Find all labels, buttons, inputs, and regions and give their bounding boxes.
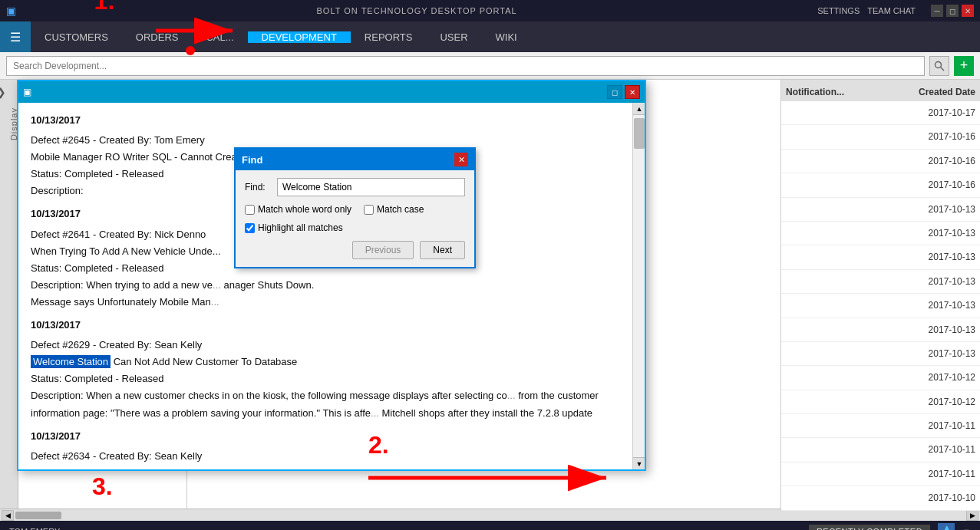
hscroll-thumb[interactable] <box>15 512 61 519</box>
search-button[interactable] <box>929 56 949 76</box>
title-bar: ▣ BOLT ON TECHNOLOGY DESKTOP PORTAL SETT… <box>0 0 980 21</box>
find-dialog-close[interactable]: ✕ <box>454 153 468 166</box>
status-right: RECENTLY COMPLETED 💧 ▼ <box>809 523 971 530</box>
detail-window: ▣ ◻ ✕ 10/13/2017 Defect #2645 - Created … <box>17 80 646 471</box>
recently-completed-label[interactable]: RECENTLY COMPLETED <box>809 525 930 530</box>
match-case-text: Match case <box>377 204 424 215</box>
detail-window-scrollbar[interactable]: ▲ ▼ <box>632 103 645 469</box>
search-bar: + <box>0 52 980 80</box>
defect-title-3: Welcome Station Can Not Add New Customer… <box>31 354 620 370</box>
search-input[interactable] <box>6 56 925 76</box>
defect-desc-3: Description: When a new customer checks … <box>31 387 620 421</box>
find-input[interactable] <box>277 178 465 196</box>
status-droplet-icon[interactable]: 💧 <box>938 523 955 530</box>
defect-desc-2: Description: When trying to add a new ve… <box>31 277 620 294</box>
match-whole-word-text: Match whole word only <box>258 204 351 215</box>
nav-customers[interactable]: CUSTOMERS <box>31 21 122 52</box>
find-dialog: Find ✕ Find: Match whole word only Match… <box>234 147 476 268</box>
app-icon: ▣ <box>6 5 16 17</box>
restore-btn[interactable]: ◻ <box>946 5 959 17</box>
app-title: BOLT ON TECHNOLOGY DESKTOP PORTAL <box>317 6 517 15</box>
scroll-up-arrow[interactable]: ▲ <box>633 103 645 115</box>
nav-menu-icon[interactable]: ☰ <box>0 21 31 52</box>
defect-line-4: Defect #2634 - Created By: Sean Kelly <box>31 448 620 465</box>
defect-status-3: Status: Completed - Released <box>31 370 620 387</box>
status-bar: TOM EMERY RECENTLY COMPLETED 💧 ▼ <box>0 521 980 530</box>
status-expand-icon[interactable]: ▼ <box>962 527 971 530</box>
close-btn[interactable]: ✕ <box>962 5 974 17</box>
defect-entry-3: Defect #2629 - Created By: Sean Kelly We… <box>31 337 620 421</box>
find-checkboxes: Match whole word only Match case <box>245 204 465 215</box>
date-header-1: 10/13/2017 <box>31 112 620 129</box>
find-input-row: Find: <box>245 178 465 196</box>
detail-window-controls[interactable]: ◻ ✕ <box>607 85 640 99</box>
find-dialog-titlebar: Find ✕ <box>236 149 474 170</box>
match-whole-word-label[interactable]: Match whole word only <box>245 204 351 215</box>
svg-point-3 <box>935 61 942 67</box>
defect-title-4: Mobile Manager Crashes When Starting Est… <box>31 465 620 469</box>
svg-line-4 <box>941 67 945 71</box>
hscroll-left-arrow[interactable]: ◀ <box>2 510 14 521</box>
sidebar-toggle[interactable]: ❯ Display <box>0 80 18 509</box>
defect-entry-4: Defect #2634 - Created By: Sean Kelly Mo… <box>31 448 620 469</box>
title-bar-right: SETTINGS TEAM CHAT ─ ◻ ✕ <box>817 5 974 17</box>
highlight-all-text: Highlight all matches <box>258 222 343 233</box>
add-button[interactable]: + <box>954 56 974 76</box>
status-user: TOM EMERY <box>9 527 60 530</box>
highlight-all-checkbox[interactable] <box>245 223 255 233</box>
hscroll-right-arrow[interactable]: ▶ <box>966 510 978 521</box>
highlight-welcome-station: Welcome Station <box>31 355 111 368</box>
defect-line-3: Defect #2629 - Created By: Sean Kelly <box>31 337 620 354</box>
detail-window-close[interactable]: ✕ <box>625 85 640 99</box>
detail-window-restore[interactable]: ◻ <box>607 85 622 99</box>
created-date-header: Created Date <box>899 84 975 100</box>
nav-cal[interactable]: CAL... <box>192 21 247 52</box>
detail-window-icon: ▣ <box>23 87 31 97</box>
nav-reports[interactable]: REPORTS <box>351 21 427 52</box>
defect-line-1: Defect #2645 - Created By: Tom Emery <box>31 132 620 149</box>
team-chat-label[interactable]: TEAM CHAT <box>867 6 916 15</box>
window-controls[interactable]: ─ ◻ ✕ <box>931 5 974 17</box>
next-button[interactable]: Next <box>420 241 465 259</box>
nav-bar: ☰ CUSTOMERS ORDERS CAL... DEVELOPMENT 1.… <box>0 21 980 52</box>
find-label: Find: <box>245 182 272 193</box>
find-dialog-body: Find: Match whole word only Match case H… <box>236 170 474 267</box>
previous-button[interactable]: Previous <box>352 241 414 259</box>
scroll-down-arrow[interactable]: ▼ <box>633 457 645 469</box>
scroll-thumb[interactable] <box>634 118 645 149</box>
highlight-all-label[interactable]: Highlight all matches <box>245 222 465 233</box>
date-header-4: 10/13/2017 <box>31 428 620 445</box>
nav-wiki[interactable]: WIKI <box>482 21 531 52</box>
match-whole-word-checkbox[interactable] <box>245 205 255 215</box>
title-bar-left: ▣ <box>6 5 16 17</box>
settings-label[interactable]: SETTINGS <box>817 6 860 15</box>
match-case-label[interactable]: Match case <box>364 204 424 215</box>
nav-development[interactable]: DEVELOPMENT <box>248 31 351 43</box>
detail-window-titlebar: ▣ ◻ ✕ <box>18 81 645 103</box>
match-case-checkbox[interactable] <box>364 205 374 215</box>
notification-header: Notification... <box>786 84 899 100</box>
find-buttons-row: Previous Next <box>245 241 465 259</box>
nav-user[interactable]: USER <box>426 21 481 52</box>
date-header-3: 10/13/2017 <box>31 317 620 334</box>
find-dialog-title: Find <box>242 154 262 166</box>
main-area: ❯ Display Request Id Type 2650 Defect 26… <box>0 80 980 509</box>
defect-extra-2: Message says Unfortunately Mobile Man... <box>31 294 620 311</box>
minimize-btn[interactable]: ─ <box>931 5 943 17</box>
nav-orders[interactable]: ORDERS <box>122 21 193 52</box>
